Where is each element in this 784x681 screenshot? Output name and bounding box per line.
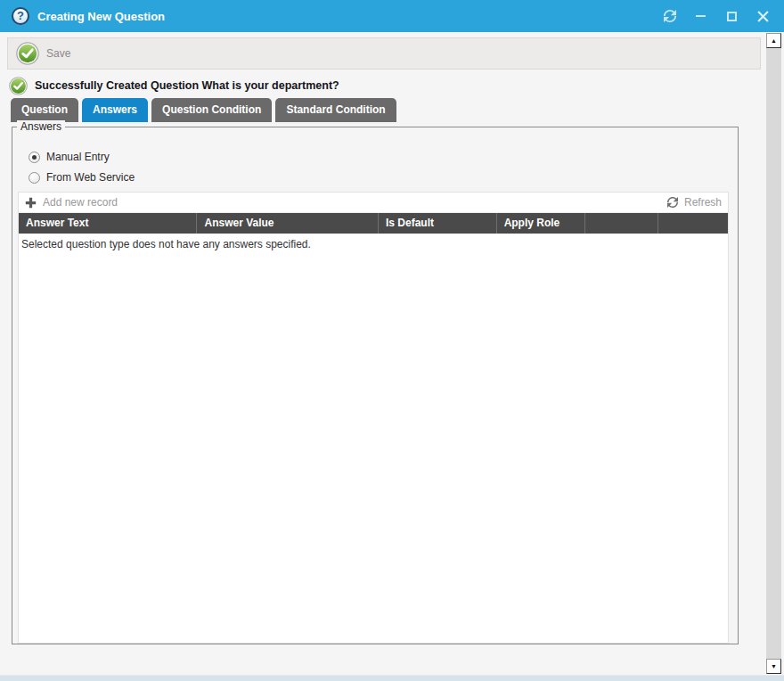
save-button[interactable]: Save <box>16 42 70 65</box>
save-toolbar: Save <box>7 37 761 70</box>
maximize-button[interactable] <box>725 10 739 23</box>
tab-standard-condition[interactable]: Standard Condition <box>275 98 396 122</box>
close-icon <box>757 11 769 22</box>
tab-question[interactable]: Question <box>11 98 78 122</box>
success-check-icon <box>9 77 28 95</box>
groupbox-legend: Answers <box>17 120 65 133</box>
window-controls <box>663 0 770 32</box>
column-header-answer-text[interactable]: Answer Text <box>19 213 197 234</box>
add-new-record-button[interactable]: Add new record <box>25 196 118 209</box>
close-button[interactable] <box>756 10 770 23</box>
grid-empty-message: Selected question type does not have any… <box>19 234 728 255</box>
titlebar: ? Creating New Question <box>0 0 784 32</box>
maximize-icon <box>727 12 737 21</box>
dialog-window: ? Creating New Question <box>0 0 784 681</box>
grid-toolbar: Add new record Refresh <box>19 193 728 213</box>
radio-label: Manual Entry <box>46 151 110 163</box>
column-header-apply-role[interactable]: Apply Role <box>497 213 586 234</box>
grid-refresh-button[interactable]: Refresh <box>667 196 722 209</box>
vertical-scrollbar[interactable]: ▲ ▼ <box>766 33 781 674</box>
column-header-is-default[interactable]: Is Default <box>379 213 497 234</box>
check-circle-icon <box>16 42 39 65</box>
triangle-up-icon: ▲ <box>771 37 777 44</box>
refresh-icon <box>664 10 676 22</box>
radio-button-icon <box>29 152 40 163</box>
radio-label: From Web Service <box>46 171 135 184</box>
column-header-empty-2 <box>658 213 728 234</box>
minimize-icon <box>696 15 706 17</box>
radio-manual-entry[interactable]: Manual Entry <box>29 151 110 163</box>
help-icon[interactable]: ? <box>12 7 29 25</box>
grid-refresh-label: Refresh <box>684 196 722 209</box>
column-header-answer-value[interactable]: Answer Value <box>197 213 378 234</box>
tab-question-condition[interactable]: Question Condition <box>151 98 272 122</box>
refresh-window-button[interactable] <box>663 10 676 23</box>
status-message: Successfully Created Question What is yo… <box>35 79 339 92</box>
answers-grid: Add new record Refresh Answer Text Answe… <box>18 192 729 644</box>
status-row: Successfully Created Question What is yo… <box>9 76 339 95</box>
plus-icon <box>25 197 37 209</box>
window-title: Creating New Question <box>37 10 165 23</box>
answers-groupbox: Answers Manual Entry From Web Service Ad… <box>12 127 739 644</box>
grid-header-row: Answer Text Answer Value Is Default Appl… <box>19 213 728 234</box>
save-label: Save <box>46 47 70 60</box>
triangle-down-icon: ▼ <box>771 663 777 669</box>
scroll-down-button[interactable]: ▼ <box>766 659 781 674</box>
radio-button-icon <box>29 172 40 184</box>
window-bottom-border <box>0 675 784 681</box>
scroll-up-button[interactable]: ▲ <box>766 33 781 48</box>
tab-strip: Question Answers Question Condition Stan… <box>11 98 396 122</box>
add-new-record-label: Add new record <box>43 196 118 209</box>
minimize-button[interactable] <box>694 10 707 23</box>
radio-from-web-service[interactable]: From Web Service <box>29 171 135 184</box>
refresh-icon <box>667 197 678 208</box>
tab-answers[interactable]: Answers <box>82 98 148 122</box>
column-header-empty-1 <box>585 213 658 234</box>
